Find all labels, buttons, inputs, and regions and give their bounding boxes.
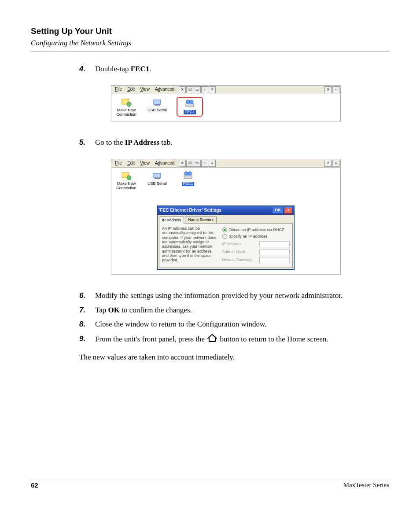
header-rule [31,51,389,51]
step-text: Close the window to return to the Config… [95,319,389,330]
icon-label-selected: FEC1 [182,182,194,186]
menu-edit[interactable]: Edit [125,86,137,93]
menu-advanced[interactable]: Advanced [152,86,177,93]
toolbar-icon[interactable]: ▭ [194,160,201,167]
icon-usb-serial[interactable]: USB Serial [146,97,169,117]
radio-specify[interactable]: Specify an IP address [222,234,290,239]
step-7: 7. Tap OK to confirm the changes. [79,305,389,316]
svg-rect-2 [154,100,161,104]
field-subnet-mask: Subnet Mask: ... [222,249,290,255]
icon-fec1[interactable]: FEC1 [177,170,199,191]
field-label: Subnet Mask: [222,249,259,255]
toolbar-icon[interactable]: ▭ [194,86,201,93]
close-icon[interactable]: × [332,160,339,167]
icon-label: USB Serial [147,108,167,113]
icon-make-new-connection[interactable]: Make New Connection [115,97,138,117]
radio-icon [222,234,227,239]
connection-icon [121,171,132,180]
icon-usb-serial[interactable]: USB Serial [146,170,169,191]
icon-area: Make New Connection USB Serial FEC1 [111,168,340,195]
bold-term: FEC1 [131,65,150,73]
field-default-gateway: Default Gateway: ... [222,257,290,263]
screenshot-1: File Edit View Advanced ✕ ☑ ▭ ▫ ≡ ? [111,85,341,122]
modem-icon [152,171,162,180]
toolbar-icons: ✕ ☑ ▭ ▫ ≡ [179,86,216,93]
svg-point-5 [186,100,190,103]
gateway-input[interactable]: ... [259,257,290,263]
field-label: IP Address: [222,241,259,247]
home-icon [206,334,218,346]
toolbar-icon[interactable]: ☑ [186,160,193,167]
page-subtitle: Configuring the Network Settings [31,39,389,48]
radio-label: Specify an IP address [229,234,267,239]
help-icon[interactable]: ? [324,160,332,167]
menu-file[interactable]: File [112,86,125,93]
toolbar-icon[interactable]: ▫ [201,86,208,93]
menu-view[interactable]: View [137,86,152,93]
text: button to return to the Home screen. [220,335,328,343]
svg-rect-10 [155,178,160,179]
icon-fec1[interactable]: FEC1 [178,99,201,114]
step-5: 5. Go to the IP Address tab. [79,137,389,148]
step-text: Double-tap FEC1. [95,64,389,75]
toolbar-icon[interactable]: ✕ [179,160,186,167]
icon-make-new-connection[interactable]: Make New Connection [115,170,138,191]
text: Double-tap [95,65,131,73]
svg-point-12 [184,172,188,175]
text: tab. [159,138,172,147]
svg-rect-9 [154,173,161,178]
icon-label: Make New Connection [115,182,138,191]
page-title: Setting Up Your Unit [31,26,389,36]
bold-term: IP Address [125,138,160,147]
toolbar-icon[interactable]: ✕ [179,86,186,93]
dialog-help-text: An IP address can be automatically assig… [162,226,222,265]
tab-ip-address[interactable]: IP Address [159,216,184,224]
step-text: Tap OK to confirm the changes. [95,305,389,316]
toolbar-icon[interactable]: ☑ [186,86,193,93]
ok-button[interactable]: OK [272,207,284,214]
dialog-body: An IP address can be automatically assig… [159,223,293,268]
radio-label: Obtain an IP address via DHCP [229,227,284,233]
svg-point-1 [127,102,131,106]
dialog-tabs: IP Address Name Servers [158,215,294,223]
menu-bar: File Edit View Advanced ✕ ☑ ▭ ▫ ≡ ? [111,159,340,168]
radio-dhcp[interactable]: Obtain an IP address via DHCP [222,227,290,233]
svg-rect-4 [186,103,194,107]
ip-input[interactable]: ... [259,241,290,247]
text: Tap [95,306,108,314]
svg-rect-3 [155,104,160,106]
menu-bar: File Edit View Advanced ✕ ☑ ▭ ▫ ≡ ? [111,86,340,94]
menu-edit[interactable]: Edit [125,160,137,167]
icon-area: Make New Connection USB Serial FEC1 [111,94,340,121]
step-9: 9. From the unit's front panel, press th… [79,334,389,346]
toolbar-icon[interactable]: ≡ [209,86,216,93]
connection-icon [121,97,132,107]
footer-rule [31,479,389,479]
step-number: 5. [79,137,95,148]
close-icon[interactable]: × [332,86,339,93]
field-ip-address: IP Address: ... [222,241,290,247]
svg-point-8 [127,176,131,180]
step-number: 8. [79,319,95,330]
help-icon[interactable]: ? [324,86,332,93]
close-button[interactable]: × [284,207,293,214]
screenshot-2: File Edit View Advanced ✕ ☑ ▭ ▫ ≡ ? [111,159,341,275]
text: . [149,65,151,73]
svg-point-6 [190,100,193,103]
field-label: Default Gateway: [222,257,259,263]
text: From the unit's front panel, press the [95,335,206,343]
menu-view[interactable]: View [137,160,152,167]
menu-file[interactable]: File [112,160,125,167]
toolbar-icon[interactable]: ▫ [201,160,208,167]
toolbar-icon[interactable]: ≡ [209,160,216,167]
mask-input[interactable]: ... [259,249,290,255]
icon-label: Make New Connection [115,108,138,117]
step-text: Modify the settings using the informatio… [95,290,389,301]
network-icon [183,171,193,180]
svg-rect-11 [184,175,192,179]
step-8: 8. Close the window to return to the Con… [79,319,389,330]
closing-paragraph: The new values are taken into account im… [79,353,389,362]
menu-advanced[interactable]: Advanced [152,160,177,167]
tab-name-servers[interactable]: Name Servers [185,216,217,223]
step-text: From the unit's front panel, press the b… [95,334,389,346]
